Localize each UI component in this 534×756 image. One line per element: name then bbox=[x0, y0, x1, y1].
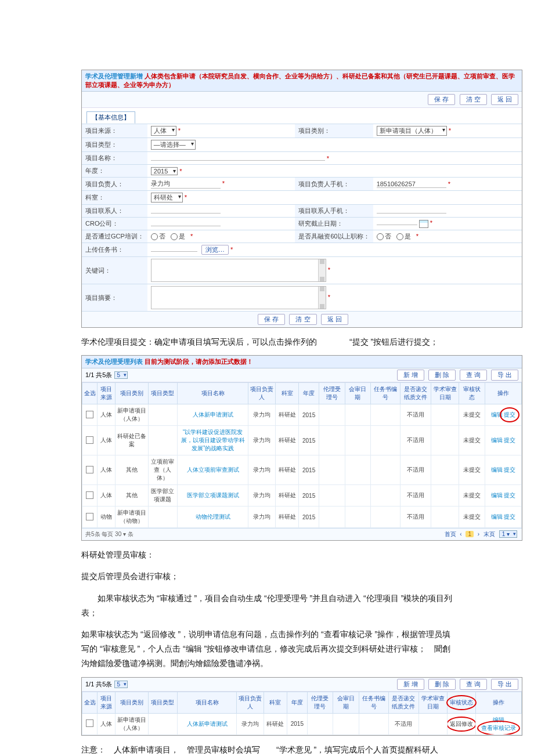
op-link[interactable]: 提交 bbox=[504, 411, 515, 418]
save-button[interactable]: 保 存 bbox=[428, 94, 455, 105]
next-page-link[interactable]: › bbox=[478, 531, 479, 537]
project-name-link[interactable]: 医学部立项课题测试 bbox=[187, 492, 239, 498]
list1-foot-left: 共5条 每页 30 ▾ 条 bbox=[85, 530, 134, 538]
op-link[interactable]: 编辑 bbox=[491, 437, 503, 443]
table-row: 人体科研处已备案“以学科建设促进医院发展，以项目建设带动学科发展”的战略实践录力… bbox=[82, 426, 522, 455]
contact-phone-input[interactable] bbox=[377, 213, 446, 214]
cell: 未提交 bbox=[459, 455, 485, 485]
cell: 科研处 bbox=[264, 713, 287, 735]
leader-input[interactable]: 录力均 bbox=[151, 179, 221, 189]
cell bbox=[431, 485, 459, 507]
fund-yes-radio[interactable]: 是 bbox=[396, 232, 411, 241]
project-name-link[interactable]: 人体新申请测试 bbox=[193, 411, 233, 418]
gcp-yes-radio[interactable]: 是 bbox=[171, 232, 185, 241]
project-name-link[interactable]: “以学科建设促进医院发展，以项目建设带动学科发展”的战略实践 bbox=[181, 429, 245, 451]
col-header: 项目名称 bbox=[178, 383, 248, 404]
cell bbox=[82, 426, 98, 455]
cell bbox=[82, 713, 98, 735]
leader-phone-input[interactable]: 18510626257 bbox=[377, 180, 446, 188]
lbl-source: 项目来源： bbox=[82, 124, 147, 138]
cell: 2015 bbox=[299, 404, 319, 426]
back-button[interactable]: 返 回 bbox=[491, 94, 518, 105]
basic-info-tab[interactable]: 【基本信息】 bbox=[86, 111, 135, 124]
op-cell: 编辑提交 bbox=[485, 507, 522, 528]
calendar-icon[interactable] bbox=[419, 220, 428, 228]
op-cell: 编辑提交 bbox=[485, 404, 522, 426]
name-input[interactable] bbox=[151, 160, 325, 161]
form-screenshot: 学术及伦理管理新增 人体类包含新申请（本院研究员自发、横向合作、企业等为供给方）… bbox=[81, 70, 522, 328]
op-link[interactable]: 查看审核记录 bbox=[481, 725, 516, 731]
keywords-textarea[interactable] bbox=[151, 259, 326, 282]
op-link[interactable]: 编辑 bbox=[491, 513, 503, 520]
clear-button-bottom[interactable]: 清 空 bbox=[289, 314, 316, 325]
op-link[interactable]: 提交 bbox=[504, 437, 515, 443]
category-select[interactable]: 新申请项目（人体） bbox=[377, 126, 447, 136]
list2-screenshot: 1/1 共5条 5 新 增 删 除 查 询 导 出 全选项目来源项目类别项目类型… bbox=[81, 677, 522, 736]
cell: 2015 bbox=[299, 455, 319, 485]
op-link[interactable]: 编辑 bbox=[493, 717, 504, 723]
export-button[interactable]: 导 出 bbox=[491, 370, 518, 381]
gcp-no-radio[interactable]: 否 bbox=[151, 232, 165, 241]
cell: 人体 bbox=[98, 426, 115, 455]
cell bbox=[82, 404, 98, 426]
browse-button[interactable]: 浏览… bbox=[201, 245, 229, 255]
query-button[interactable]: 查 询 bbox=[460, 370, 487, 381]
cro-input[interactable] bbox=[151, 226, 221, 226]
cell bbox=[82, 507, 98, 528]
cell bbox=[371, 455, 400, 485]
list2-page-size[interactable]: 5 bbox=[114, 681, 128, 688]
year-select[interactable]: 2015 bbox=[151, 167, 178, 175]
col-header: 项目来源 bbox=[98, 692, 115, 713]
row-checkbox[interactable] bbox=[86, 466, 93, 473]
op-link[interactable]: 提交 bbox=[504, 513, 515, 520]
op-link[interactable]: 编辑 bbox=[491, 466, 503, 473]
table-row: 动物新申请项目（动物）动物伦理测试录力均科研处2015不适用未提交编辑提交 bbox=[82, 507, 522, 528]
new-button-2[interactable]: 新 增 bbox=[397, 679, 424, 690]
col-header: 全选 bbox=[82, 692, 98, 713]
contact-input[interactable] bbox=[151, 213, 221, 214]
last-page-link[interactable]: 末页 bbox=[484, 531, 495, 537]
cell: 立项前审查（人体） bbox=[148, 455, 178, 485]
col-header: 是否递交纸质文件 bbox=[400, 383, 431, 404]
doc-text-3: 注意： 人体新申请项目， 管理员审核时会填写 “学术意见 ”，填写完成后个人首页… bbox=[81, 743, 453, 757]
project-name-link[interactable]: 动物伦理测试 bbox=[196, 513, 230, 520]
save-button-bottom[interactable]: 保 存 bbox=[258, 314, 285, 325]
cell: 人体 bbox=[98, 485, 115, 507]
goto-page[interactable]: 1 ▾ bbox=[499, 530, 517, 538]
project-name-link[interactable]: 人体新申请测试 bbox=[187, 721, 228, 727]
list1-page-size[interactable]: 5 bbox=[114, 371, 128, 379]
query-button-2[interactable]: 查 询 bbox=[460, 679, 487, 690]
first-page-link[interactable]: 首页 bbox=[445, 531, 456, 537]
new-button[interactable]: 新 增 bbox=[397, 370, 424, 381]
project-name-link[interactable]: 人体立项前审查测试 bbox=[187, 466, 239, 473]
type-select[interactable]: —请选择— bbox=[151, 140, 196, 150]
col-header: 项目类别 bbox=[115, 383, 148, 404]
op-link[interactable]: 提交 bbox=[504, 492, 515, 498]
cell: 新申请项目（人体） bbox=[115, 404, 148, 426]
delete-button[interactable]: 删 除 bbox=[428, 370, 456, 381]
cell bbox=[333, 713, 359, 735]
row-checkbox[interactable] bbox=[86, 491, 93, 499]
deadline-input[interactable] bbox=[377, 225, 417, 225]
col-header: 科室 bbox=[264, 692, 287, 713]
row-checkbox[interactable] bbox=[86, 411, 93, 418]
row-checkbox[interactable] bbox=[86, 513, 93, 520]
clear-button[interactable]: 清 空 bbox=[460, 94, 487, 105]
abstract-textarea[interactable] bbox=[151, 286, 326, 309]
row-checkbox[interactable] bbox=[86, 436, 93, 444]
source-select[interactable]: 人体 bbox=[151, 126, 176, 136]
export-button-2[interactable]: 导 出 bbox=[491, 679, 518, 690]
dept-select[interactable]: 科研处 bbox=[151, 193, 183, 202]
op-link[interactable]: 编辑 bbox=[491, 492, 503, 498]
op-link[interactable]: 编辑 bbox=[491, 411, 503, 418]
cell: 不适用 bbox=[400, 507, 431, 528]
op-link[interactable]: 提交 bbox=[504, 466, 515, 473]
row-checkbox[interactable] bbox=[86, 719, 93, 727]
delete-button-2[interactable]: 删 除 bbox=[428, 679, 456, 690]
prev-page-link[interactable]: ‹ bbox=[460, 531, 461, 537]
fund-no-radio[interactable]: 否 bbox=[377, 232, 391, 241]
cell: 录力均 bbox=[248, 485, 276, 507]
lbl-name: 项目名称： bbox=[82, 152, 147, 165]
back-button-bottom[interactable]: 返 回 bbox=[321, 314, 348, 325]
cell bbox=[319, 485, 345, 507]
